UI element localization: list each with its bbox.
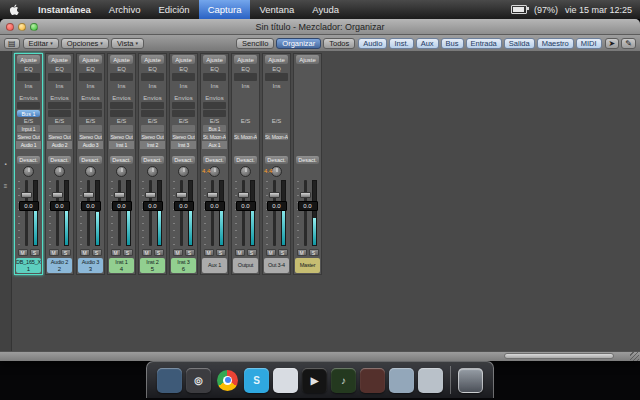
battery-icon[interactable]	[511, 5, 527, 14]
app-menu[interactable]: Instantánea	[29, 0, 100, 19]
pan-knob[interactable]	[178, 166, 189, 177]
eq-slot[interactable]	[141, 73, 164, 81]
pan-knob[interactable]	[240, 166, 251, 177]
output-slot[interactable]: St. Moon-A	[203, 133, 226, 140]
dock-icon-finder[interactable]	[157, 368, 182, 393]
filter-aux[interactable]: Aux	[416, 38, 439, 49]
volume-fader[interactable]: 0.0	[79, 178, 102, 248]
volume-value[interactable]: 0.0	[50, 201, 70, 211]
toolbar-menu-editar[interactable]: Editar▾	[23, 38, 59, 49]
send-slot[interactable]	[265, 102, 288, 109]
volume-fader[interactable]: 0.0	[48, 178, 71, 248]
volume-value[interactable]: 0.0	[19, 201, 39, 211]
volume-fader[interactable]: 0.0	[296, 178, 319, 248]
channel-settings-button[interactable]: Ajuste	[296, 55, 319, 64]
title-bar[interactable]: Sin título - Mezclador: Organizar	[0, 19, 640, 35]
dock-icon-skype[interactable]: S	[244, 368, 269, 393]
send-slot[interactable]	[79, 110, 102, 117]
eq-slot[interactable]	[172, 73, 195, 81]
menu-ventana[interactable]: Ventana	[250, 0, 303, 19]
toolbar-menu-vista[interactable]: Vista▾	[111, 38, 144, 49]
channel-settings-button[interactable]: Ajuste	[172, 55, 195, 64]
zoom-button[interactable]	[30, 23, 38, 31]
channel-name-tag[interactable]: Master	[295, 258, 320, 273]
fader-cap[interactable]	[176, 192, 187, 198]
send-slot[interactable]	[172, 110, 195, 117]
output-slot[interactable]: Stereo Out	[79, 133, 102, 140]
menu-captura[interactable]: Captura	[199, 0, 251, 19]
pan-knob[interactable]	[116, 166, 127, 177]
channel-settings-button[interactable]: Ajuste	[17, 55, 40, 64]
channel-name-tag[interactable]: Out 3-4	[264, 258, 289, 273]
minimize-button[interactable]	[18, 23, 26, 31]
eq-slot[interactable]	[234, 73, 257, 81]
channel-name-tag[interactable]: Audio 33	[78, 258, 103, 273]
channel-settings-button[interactable]: Ajuste	[234, 55, 257, 64]
send-slot[interactable]	[141, 110, 164, 117]
fader-cap[interactable]	[145, 192, 156, 198]
pan-knob[interactable]	[54, 166, 65, 177]
automation-bypass-button[interactable]: Desact.	[265, 156, 288, 164]
mute-button[interactable]: M	[297, 249, 307, 256]
menu-bar-clock[interactable]: vie 15 mar 12:25	[565, 5, 632, 15]
mixer-view-icon[interactable]: ▤	[4, 38, 20, 49]
channel-settings-button[interactable]: Ajuste	[79, 55, 102, 64]
fader-cap[interactable]	[114, 192, 125, 198]
automation-bypass-button[interactable]: Desact.	[79, 156, 102, 164]
channel-settings-button[interactable]: Ajuste	[110, 55, 133, 64]
mute-button[interactable]: M	[111, 249, 121, 256]
horizontal-scrollbar[interactable]	[504, 353, 614, 359]
eq-slot[interactable]	[265, 73, 288, 81]
channel-strip-out-3-4[interactable]: AjusteEQInsE/SSt. Moon-ADesact.4.40.0MSO…	[262, 53, 291, 275]
mute-button[interactable]: M	[266, 249, 276, 256]
channel-strip-inst-2[interactable]: AjusteEQInsEnvíosE/SStereo OutInst 2Desa…	[138, 53, 167, 275]
filter-salida[interactable]: Salida	[504, 38, 535, 49]
mute-button[interactable]: M	[204, 249, 214, 256]
send-slot[interactable]	[203, 110, 226, 117]
dock-icon-app-silver[interactable]	[273, 368, 298, 393]
output-slot[interactable]	[296, 133, 319, 140]
dock-icon-app-maroon[interactable]	[360, 368, 385, 393]
volume-value[interactable]: 0.0	[174, 201, 194, 211]
channel-settings-button[interactable]: Ajuste	[48, 55, 71, 64]
pointer-tool-icon[interactable]: ➤	[605, 38, 620, 49]
send-slot[interactable]	[234, 110, 257, 117]
output-slot[interactable]: Stereo Out	[17, 133, 40, 140]
channel-name-tag[interactable]: Audio 22	[47, 258, 72, 273]
filter-midi[interactable]: MIDI	[576, 38, 602, 49]
automation-bypass-button[interactable]: Desact.	[48, 156, 71, 164]
send-bus-button[interactable]: Bus 1	[17, 110, 40, 117]
send-slot[interactable]	[203, 102, 226, 109]
fader-cap[interactable]	[52, 192, 63, 198]
input-slot[interactable]	[296, 125, 319, 132]
eq-slot[interactable]	[79, 73, 102, 81]
menu-archivo[interactable]: Archivo	[100, 0, 150, 19]
dock-icon-screenshot-app[interactable]: ◎	[186, 368, 211, 393]
channel-strip-inst-3[interactable]: AjusteEQInsEnvíosE/SStereo OutInst 3Desa…	[169, 53, 198, 275]
output-slot[interactable]: Stereo Out	[141, 133, 164, 140]
channel-settings-button[interactable]: Ajuste	[203, 55, 226, 64]
dock-icon-music-app[interactable]: ♪	[331, 368, 356, 393]
send-slot[interactable]	[296, 102, 319, 109]
volume-fader[interactable]: 0.0	[17, 178, 40, 248]
input-slot[interactable]	[110, 125, 133, 132]
output-slot[interactable]: Stereo Out	[110, 133, 133, 140]
toolbar-menu-opciones[interactable]: Opciones▾	[61, 38, 109, 49]
eq-slot[interactable]	[296, 73, 319, 81]
channel-name-tag[interactable]: Aux 1	[202, 258, 227, 273]
channel-name-tag[interactable]: Inst 36	[171, 258, 196, 273]
input-slot[interactable]	[79, 125, 102, 132]
filter-entrada[interactable]: Entrada	[466, 38, 502, 49]
volume-fader[interactable]: 0.0	[141, 178, 164, 248]
pan-knob[interactable]	[23, 166, 34, 177]
automation-bypass-button[interactable]: Desact.	[17, 156, 40, 164]
channel-strip-aux-1[interactable]: AjusteEQInsEnvíosE/SBus 1St. Moon-AAux 1…	[200, 53, 229, 275]
volume-value[interactable]: 0.0	[236, 201, 256, 211]
input-slot[interactable]	[234, 125, 257, 132]
pan-knob[interactable]	[147, 166, 158, 177]
volume-value[interactable]: 0.0	[267, 201, 287, 211]
send-slot[interactable]	[48, 110, 71, 117]
volume-fader[interactable]: 0.0	[265, 178, 288, 248]
automation-bypass-button[interactable]: Desact.	[234, 156, 257, 164]
channel-strip-master[interactable]: AjusteDesact.0.0MSMaster	[293, 53, 322, 275]
